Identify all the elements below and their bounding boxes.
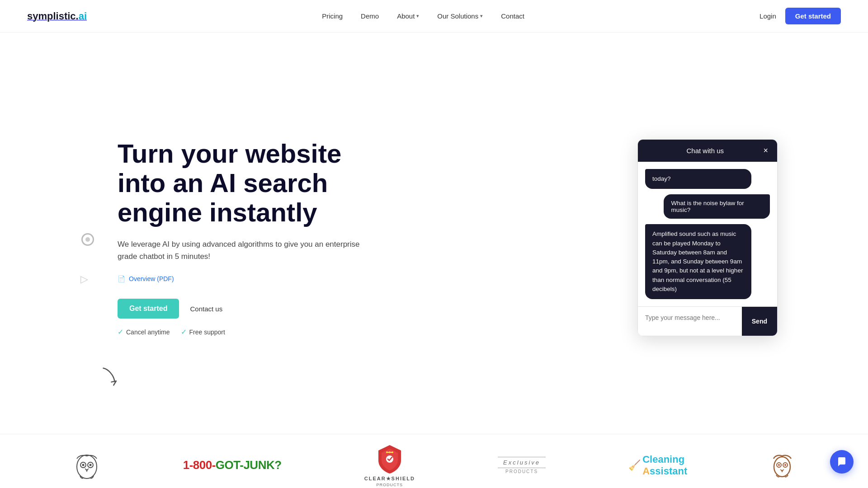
hero-subtitle: We leverage AI by using advanced algorit… xyxy=(118,238,371,263)
check-icon-cancel: ✓ xyxy=(118,328,123,336)
badge-support: ✓ Free support xyxy=(181,328,225,336)
svg-point-13 xyxy=(778,464,780,466)
chat-send-button[interactable]: Send xyxy=(742,307,777,336)
svg-point-14 xyxy=(784,464,786,466)
chat-input[interactable] xyxy=(638,307,742,336)
nav-contact[interactable]: Contact xyxy=(501,12,524,20)
deco-play-icon: ▷ xyxy=(80,273,88,285)
logo-clearshield: CLEAR★SHIELD PRODUCTS xyxy=(364,443,415,487)
chat-user-message: What is the noise bylaw for music? xyxy=(664,194,770,219)
deco-circle xyxy=(81,233,94,246)
badge-cancel: ✓ Cancel anytime xyxy=(118,328,170,336)
nav-pricing[interactable]: Pricing xyxy=(322,12,343,20)
chat-footer: Send xyxy=(638,306,777,336)
floating-chat-button[interactable] xyxy=(830,450,854,474)
svg-point-9 xyxy=(392,451,393,453)
chat-close-button[interactable]: × xyxy=(763,146,768,155)
svg-point-0 xyxy=(77,455,97,479)
logo-birdman2 xyxy=(770,450,795,480)
hero-title: Turn your website into an AI search engi… xyxy=(118,139,371,227)
nav-demo[interactable]: Demo xyxy=(361,12,379,20)
logos-section: 1-800-GOT-JUNK? CLEAR★SHIELD PRODUCTS Ex… xyxy=(0,434,868,488)
check-icon-support: ✓ xyxy=(181,328,187,336)
nav-get-started-button[interactable]: Get started xyxy=(785,8,841,24)
hero-contact-button[interactable]: Contact us xyxy=(190,299,222,319)
svg-point-7 xyxy=(386,451,388,453)
hero-get-started-button[interactable]: Get started xyxy=(118,299,179,319)
deco-arrow-icon xyxy=(98,366,123,390)
hero-badges: ✓ Cancel anytime ✓ Free support xyxy=(118,328,371,336)
chat-header-title: Chat with us xyxy=(647,147,763,155)
nav-about[interactable]: About xyxy=(397,12,419,20)
logo-cleaning: 🧹 Cleaning Assistant xyxy=(628,454,687,477)
svg-point-3 xyxy=(82,464,84,466)
svg-point-8 xyxy=(389,451,391,453)
svg-point-4 xyxy=(89,464,91,466)
deco-circle-inner xyxy=(85,237,90,242)
hero-left: Turn your website into an AI search engi… xyxy=(118,139,371,336)
nav-login[interactable]: Login xyxy=(760,12,776,20)
nav-solutions[interactable]: Our Solutions xyxy=(437,12,483,20)
chat-widget: Chat with us × today? What is the noise … xyxy=(637,139,778,336)
hero-section: ▷ Turn your website into an AI search en… xyxy=(0,33,868,434)
svg-point-10 xyxy=(774,457,790,477)
chat-bot-message-1: today? xyxy=(645,169,751,189)
hero-buttons: Get started Contact us xyxy=(118,299,371,319)
nav-links: Pricing Demo About Our Solutions Contact xyxy=(322,12,524,20)
chat-bot-message-2: Amplified sound such as music can be pla… xyxy=(645,224,751,299)
logo-exclusive: Exclusive PRODUCTS xyxy=(498,457,546,474)
overview-link[interactable]: Overview (PDF) xyxy=(118,275,371,282)
chat-body: today? What is the noise bylaw for music… xyxy=(638,162,777,306)
logo-birdman xyxy=(73,450,100,481)
navbar: symplistic.ai Pricing Demo About Our Sol… xyxy=(0,0,868,33)
logo-junk: 1-800-GOT-JUNK? xyxy=(183,458,282,472)
brand-logo[interactable]: symplistic.ai xyxy=(27,10,87,22)
nav-right: Login Get started xyxy=(760,8,841,24)
chat-header: Chat with us × xyxy=(638,140,777,162)
